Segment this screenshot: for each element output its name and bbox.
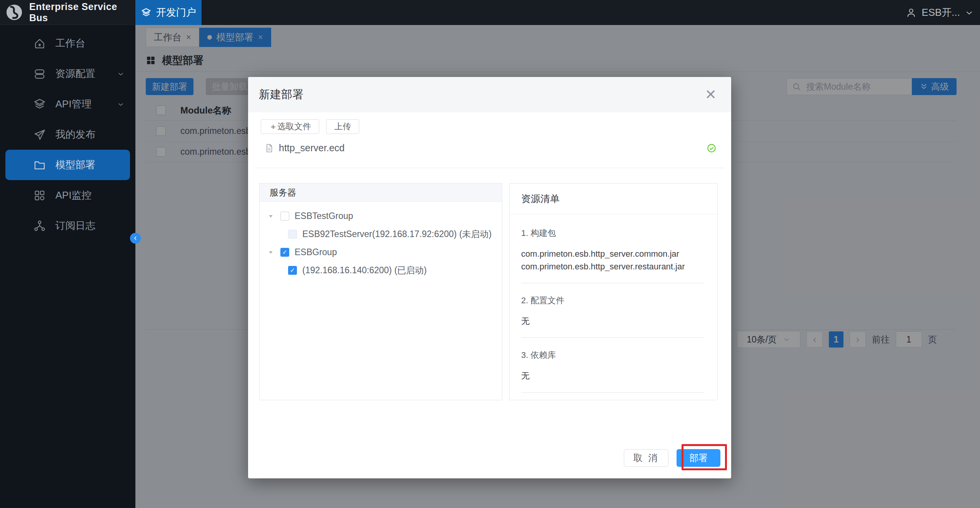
resource-item: 无 <box>521 369 710 382</box>
section-heading: 2. 配置文件 <box>521 295 710 306</box>
sidebar-collapse-button[interactable] <box>130 233 141 244</box>
resource-item: com.primeton.esb.http_server.common.jar <box>521 247 710 260</box>
brand-title: Enterprise Service Bus <box>29 1 135 23</box>
sidebar-item-label: API管理 <box>55 97 92 111</box>
topbar: Enterprise Service Bus 开发门户 ESB开... <box>0 0 980 25</box>
section-heading: 3. 依赖库 <box>521 349 710 361</box>
select-file-button[interactable]: ＋选取文件 <box>261 119 319 134</box>
send-icon <box>33 128 46 141</box>
sidebar-menu: 工作台 资源配置 API管理 我的发布 模型部署 API监控 订阅日志 <box>0 25 135 241</box>
home-icon <box>33 37 46 50</box>
chevron-down-icon <box>117 70 125 78</box>
sidebar-item-resource-config[interactable]: 资源配置 <box>0 58 135 89</box>
tree-node-label: ESB92TestServer(192.168.17.92:6200) (未启动… <box>302 228 492 240</box>
tree-node-esbgroup[interactable]: ✓ ESBGroup <box>268 243 502 261</box>
section-divider <box>521 392 704 393</box>
server-tree: ESBTestGroup ESB92TestServer(192.168.17.… <box>260 202 502 279</box>
user-name: ESB开... <box>922 6 960 19</box>
uploaded-file-row[interactable]: http_server.ecd <box>264 142 717 154</box>
cancel-button[interactable]: 取 消 <box>624 449 668 467</box>
file-name: http_server.ecd <box>279 142 345 154</box>
section-divider <box>521 283 704 283</box>
tree-node-label: ESBTestGroup <box>295 211 353 221</box>
resource-list: 1. 构建包 com.primeton.esb.http_server.comm… <box>510 214 717 400</box>
sitemap-icon <box>33 219 46 232</box>
person-icon <box>905 7 917 18</box>
grid-monitor-icon <box>33 189 46 202</box>
sidebar-item-label: 我的发布 <box>55 128 95 141</box>
modal-divider <box>254 168 725 168</box>
brand-logo-icon <box>5 3 23 21</box>
server-panel: 服务器 ESBTestGroup ESB92TestServer(192.168… <box>259 183 502 400</box>
tree-checkbox-checked[interactable]: ✓ <box>280 248 289 257</box>
tree-node-label: (192.168.16.140:6200) (已启动) <box>302 264 427 276</box>
sidebar-item-model-deploy[interactable]: 模型部署 <box>5 150 130 180</box>
check-circle-icon <box>707 143 717 153</box>
sidebar-item-label: API监控 <box>55 189 92 202</box>
upload-controls: ＋选取文件 上传 <box>261 119 359 134</box>
brand: Enterprise Service Bus <box>0 0 135 25</box>
chevron-down-icon <box>965 8 974 17</box>
sidebar-item-workbench[interactable]: 工作台 <box>0 28 135 58</box>
layers-icon <box>33 98 46 111</box>
resource-section-dependencies: 3. 依赖库 无 <box>521 349 710 393</box>
resource-item: com.primeton.esb.http_server.restaurant.… <box>521 260 710 273</box>
modal-header: 新建部署 ✕ <box>248 77 731 112</box>
tree-checkbox-disabled <box>288 230 297 239</box>
tree-checkbox-checked[interactable]: ✓ <box>288 266 297 275</box>
sidebar-item-label: 资源配置 <box>55 67 95 80</box>
resource-section-config-files: 2. 配置文件 无 <box>521 295 710 338</box>
caret-down-icon[interactable] <box>268 250 275 255</box>
tree-node-esb92testserver[interactable]: ESB92TestServer(192.168.17.92:6200) (未启动… <box>268 225 502 243</box>
sidebar: 工作台 资源配置 API管理 我的发布 模型部署 API监控 订阅日志 <box>0 25 135 508</box>
sidebar-item-api-monitor[interactable]: API监控 <box>0 180 135 211</box>
user-menu[interactable]: ESB开... <box>905 0 980 25</box>
tree-checkbox[interactable] <box>280 212 289 221</box>
database-icon <box>33 67 46 80</box>
deploy-button[interactable]: 部署 <box>677 449 720 467</box>
document-icon <box>264 143 274 153</box>
nav-portal-label: 开发门户 <box>156 6 196 19</box>
tree-node-label: ESBGroup <box>295 247 337 257</box>
resource-panel: 资源清单 1. 构建包 com.primeton.esb.http_server… <box>509 183 718 400</box>
tree-node-192-168-16-140[interactable]: ✓ (192.168.16.140:6200) (已启动) <box>268 261 502 279</box>
folder-icon <box>33 159 46 172</box>
chevron-down-icon <box>117 100 125 108</box>
section-divider <box>521 338 704 338</box>
section-heading: 1. 构建包 <box>521 227 710 239</box>
tree-node-esbtestgroup[interactable]: ESBTestGroup <box>268 207 502 225</box>
sidebar-item-subscription-log[interactable]: 订阅日志 <box>0 211 135 241</box>
layers-icon <box>141 7 152 18</box>
nav-portal-tab[interactable]: 开发门户 <box>135 0 202 25</box>
sidebar-item-api-management[interactable]: API管理 <box>0 89 135 119</box>
resource-panel-title: 资源清单 <box>510 184 717 214</box>
modal-title: 新建部署 <box>259 87 303 102</box>
topbar-spacer <box>202 0 905 25</box>
sidebar-item-label: 工作台 <box>55 37 85 50</box>
resource-item: 无 <box>521 315 710 328</box>
sidebar-item-label: 订阅日志 <box>55 219 95 232</box>
sidebar-item-my-publish[interactable]: 我的发布 <box>0 119 135 150</box>
new-deploy-modal: 新建部署 ✕ ＋选取文件 上传 http_server.ecd 服务器 ESBT… <box>248 77 731 478</box>
resource-section-build-packages: 1. 构建包 com.primeton.esb.http_server.comm… <box>521 227 710 283</box>
server-panel-title: 服务器 <box>260 184 502 202</box>
close-icon[interactable]: ✕ <box>705 88 717 102</box>
caret-down-icon[interactable] <box>268 214 275 219</box>
upload-button[interactable]: 上传 <box>326 119 359 134</box>
sidebar-item-label: 模型部署 <box>55 158 95 172</box>
